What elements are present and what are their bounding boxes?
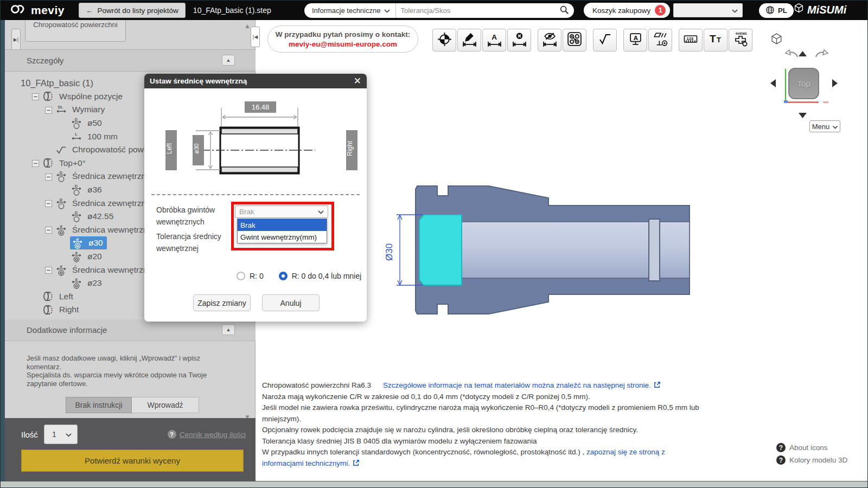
- view-menu-button[interactable]: Menu: [809, 120, 840, 132]
- hide-dimension-button[interactable]: [538, 29, 561, 52]
- six-views-button[interactable]: 6VIEWS: [729, 29, 752, 52]
- quantity-select[interactable]: 1: [44, 425, 78, 444]
- view-right-arrow[interactable]: [832, 79, 838, 90]
- axis-x-red-tick: [823, 101, 828, 103]
- dialog-title: Ustaw średnicę wewnętrzną: [150, 77, 247, 85]
- hole-pattern-button[interactable]: [563, 29, 586, 52]
- chevron-down-icon: [732, 5, 738, 15]
- note-text: W przypadku innych tolerancji standardow…: [262, 448, 586, 456]
- svg-text:L: L: [75, 132, 78, 137]
- panel-collapse-handle[interactable]: |◀: [251, 27, 260, 47]
- isometric-view-icon[interactable]: [770, 32, 783, 48]
- note-text: Opcjonalny rowek podcięcia znajduje się …: [262, 426, 638, 434]
- open-file-name: 10_FAtp_basic (1).step: [193, 6, 271, 15]
- chevron-down-icon: [833, 123, 838, 131]
- additional-info-line: Jeśli masz dodatkowe uwagi, kliknij „Wpr…: [27, 354, 214, 371]
- misumi-logo[interactable]: MiSUMi: [794, 3, 846, 17]
- dim-dl-icon: DL: [55, 105, 68, 114]
- check-icon: [55, 146, 68, 154]
- tree-expander-icon[interactable]: [45, 266, 52, 273]
- surface-check-button[interactable]: [593, 29, 617, 52]
- language-button[interactable]: PL: [759, 3, 794, 18]
- text-style-icon: TT: [708, 32, 723, 48]
- tab-enter-instruction[interactable]: Wprowadź: [132, 397, 199, 413]
- save-changes-button[interactable]: Zapisz zmiany: [193, 294, 251, 311]
- edit-dimension-button[interactable]: [457, 29, 481, 52]
- delete-dimension-button[interactable]: [507, 29, 531, 52]
- set-inner-diameter-dialog: Ustaw średnicę wewnętrzną ✕ 16.48 Left: [144, 74, 367, 322]
- svg-text:D: D: [75, 184, 78, 189]
- search-input[interactable]: [396, 7, 554, 15]
- note-link[interactable]: Szczegółowe informacje na temat materiał…: [383, 381, 651, 389]
- thread-machining-select[interactable]: Brak: [235, 206, 328, 218]
- svg-text:d: d: [60, 264, 62, 269]
- model-groove-ring[interactable]: [649, 219, 660, 281]
- tree-expander-icon[interactable]: [45, 226, 52, 233]
- tree-expander-icon[interactable]: [32, 159, 39, 166]
- tree-expander-icon[interactable]: [32, 93, 39, 100]
- additional-info-collapse-button[interactable]: ▲: [222, 324, 235, 335]
- text-dimension-button[interactable]: A: [482, 29, 506, 52]
- back-to-projects-button[interactable]: ← Powrót do listy projektów: [79, 3, 186, 18]
- search-category-select[interactable]: Informacje techniczne: [304, 3, 396, 18]
- pricing-by-quantity-link[interactable]: ? Cennik według ilości: [168, 430, 246, 439]
- view-left-arrow[interactable]: [770, 79, 776, 90]
- cancel-button[interactable]: Anuluj: [262, 294, 320, 311]
- dialog-title-bar[interactable]: Ustaw średnicę wewnętrzną ✕: [144, 74, 367, 88]
- measure-button[interactable]: 123: [679, 29, 703, 52]
- diameter-tolerance-label: Tolerancja średnicy wewnętrznej: [156, 230, 231, 254]
- chevron-down-icon: [66, 430, 72, 439]
- tree-item-label: Średnica wewnętrzna: [69, 224, 155, 235]
- rotate-cw-icon[interactable]: [814, 48, 831, 62]
- additional-info-header: Dodatkowe informacje ▲: [5, 319, 256, 341]
- external-link-icon[interactable]: [353, 459, 360, 470]
- divider: [151, 194, 360, 195]
- dim-outer-icon: D: [70, 184, 83, 196]
- tree-item-label: ø36: [85, 184, 105, 195]
- rotate-ccw-icon[interactable]: [783, 48, 799, 62]
- view-down-arrow[interactable]: [798, 111, 807, 121]
- svg-text:123: 123: [687, 36, 694, 41]
- tree-expander-icon[interactable]: [45, 106, 52, 113]
- meviy-logo[interactable]: meviy: [10, 4, 65, 17]
- note-line: Tolerancja klasy średniej JIS B 0405 dla…: [262, 436, 706, 447]
- text-style-button[interactable]: TT: [704, 29, 727, 52]
- tree-expander-icon[interactable]: [45, 173, 52, 180]
- view-up-arrow[interactable]: [798, 49, 807, 59]
- annotation-button[interactable]: A: [623, 29, 647, 52]
- quantity-value: 1: [52, 430, 56, 439]
- search-button[interactable]: [554, 3, 574, 18]
- annotation-toolbar: AA123TT6VIEWS: [432, 29, 754, 52]
- close-icon[interactable]: ✕: [354, 75, 361, 87]
- dim-inner-icon: d: [71, 237, 84, 249]
- delete-dimension-icon: [512, 32, 527, 49]
- note-text: Tolerancja klasy średniej JIS B 0405 dla…: [262, 437, 537, 445]
- svg-text:16.48: 16.48: [252, 103, 270, 111]
- sidebar-collapse-handle[interactable]: ▶|: [11, 29, 21, 50]
- tree-expander-icon[interactable]: [45, 200, 52, 207]
- dim-inner-icon: d: [55, 224, 68, 236]
- radio-r0-04[interactable]: [279, 272, 288, 280]
- dropdown-option-2[interactable]: Gwint wewnętrzny(mm): [238, 231, 327, 243]
- dim-outer-icon: D: [55, 170, 68, 182]
- cart-button[interactable]: Koszyk zakupowy 1: [584, 3, 670, 18]
- svg-text:d: d: [75, 277, 77, 282]
- question-icon: ?: [776, 455, 786, 465]
- hole-pattern-icon: [567, 31, 582, 49]
- contact-email[interactable]: meviy-eu@misumi-europe.com: [268, 40, 418, 48]
- datum-target-button[interactable]: [432, 29, 456, 52]
- header-dropdown[interactable]: [673, 3, 743, 17]
- view-cube-top-face[interactable]: Top: [788, 68, 819, 99]
- tab-no-instruction[interactable]: Brak instrukcji: [66, 397, 132, 413]
- radio-r0[interactable]: [237, 272, 245, 280]
- dropdown-option-1[interactable]: Brak: [238, 219, 327, 231]
- sidebar-scroll-up[interactable]: ▲: [244, 22, 251, 30]
- help-link-about-icons[interactable]: ?About icons: [776, 443, 847, 452]
- help-link-kolory-modelu-3d[interactable]: ?Kolory modelu 3D: [776, 455, 847, 465]
- confirm-quote-button[interactable]: Potwierdź warunki wyceny: [21, 450, 244, 472]
- details-collapse-button[interactable]: ▲: [222, 55, 235, 66]
- geometric-tolerance-button[interactable]: [648, 29, 672, 52]
- external-link-icon[interactable]: [654, 381, 661, 392]
- 3d-model-view[interactable]: Ø30: [380, 174, 706, 326]
- model-selected-bore-face[interactable]: [419, 215, 462, 285]
